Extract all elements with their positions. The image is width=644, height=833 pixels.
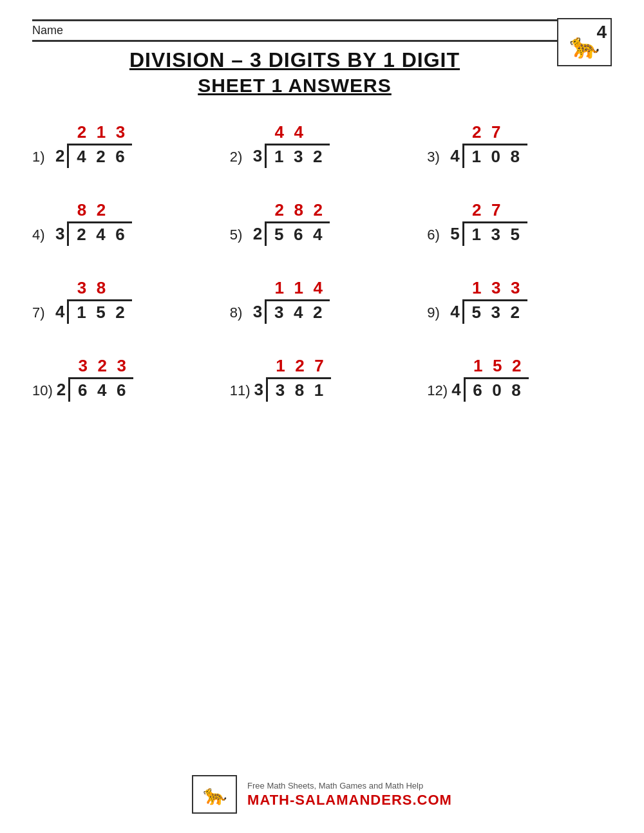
problem-cell: 5)2822564: [230, 194, 415, 252]
division-block: 823246: [55, 200, 132, 246]
division-row: 2426: [55, 144, 132, 168]
dividend-wrapper: 132: [265, 144, 330, 168]
dividend-wrapper: 342: [265, 299, 330, 324]
divisor: 3: [253, 146, 262, 166]
footer: 🐆 Free Math Sheets, Math Games and Math …: [0, 775, 644, 814]
answer-digit: 7: [489, 200, 503, 220]
answer-digit: 4: [272, 122, 287, 142]
footer-site-m: M: [247, 792, 260, 808]
dividend-wrapper: 532: [462, 299, 527, 324]
answer-digit: 7: [312, 356, 326, 376]
problem-cell: 4)823246: [32, 194, 217, 252]
dividend-digit: 3: [272, 303, 286, 323]
answer-digit: 4: [311, 278, 325, 298]
answer-digit: 3: [115, 356, 129, 376]
divisor: 4: [451, 380, 460, 400]
dividend-wrapper: 135: [462, 221, 527, 246]
answer-digit: 1: [272, 278, 287, 298]
divisor: 2: [253, 224, 262, 244]
division-row: 5135: [450, 221, 527, 246]
answer-digit: 8: [94, 278, 108, 298]
division-block: 3232646: [57, 356, 133, 402]
problem-number: 3): [427, 149, 446, 168]
problem-cell: 10)3232646: [32, 350, 217, 408]
problem-cell: 9)1334532: [427, 272, 612, 330]
dividend-digit: 6: [75, 380, 90, 400]
dividend-digit: 3: [291, 147, 305, 167]
dividend-digit: 1: [469, 225, 484, 245]
answer-row: 133: [450, 278, 522, 298]
problem-number: 9): [427, 304, 446, 324]
problem-number: 8): [230, 304, 249, 324]
division-row: 2564: [253, 221, 330, 246]
answer-row: 114: [253, 278, 325, 298]
footer-logo-box: 🐆: [192, 775, 237, 814]
dividend-digit: 1: [312, 380, 326, 400]
divisor: 5: [450, 224, 459, 244]
main-title: DIVISION – 3 DIGITS BY 1 DIGIT: [32, 48, 557, 72]
dividend-wrapper: 152: [67, 299, 132, 324]
answer-digit: [508, 200, 522, 220]
dividend-digit: 4: [95, 380, 109, 400]
problem-number: 11): [230, 382, 251, 402]
dividend-digit: 3: [489, 303, 503, 323]
answer-row: 38: [55, 278, 128, 298]
answer-row: 82: [55, 200, 128, 220]
division-block: 274108: [450, 122, 527, 168]
problem-cell: 12)1524608: [427, 350, 612, 408]
answer-row: 152: [451, 356, 524, 376]
dividend-wrapper: 381: [266, 377, 331, 402]
dividend-digit: 8: [508, 147, 522, 167]
division-row: 3132: [253, 144, 330, 168]
division-row: 3381: [254, 377, 330, 402]
answer-digit: 2: [75, 122, 89, 142]
footer-site: MATH-SALAMANDERS.COM: [247, 792, 452, 809]
dividend-wrapper: 564: [265, 221, 330, 246]
problem-number: 2): [230, 149, 249, 168]
dividend-digit: 5: [508, 225, 522, 245]
divisor: 4: [450, 146, 459, 166]
division-row: 2646: [57, 377, 133, 402]
answer-digit: 8: [75, 200, 89, 220]
dividend-digit: 4: [74, 147, 88, 167]
title-section: DIVISION – 3 DIGITS BY 1 DIGIT SHEET 1 A…: [32, 48, 557, 97]
dividend-digit: 2: [113, 303, 127, 323]
problem-number: 1): [32, 149, 52, 168]
dividend-digit: 5: [469, 303, 484, 323]
dividend-digit: 8: [509, 380, 524, 400]
dividend-digit: 0: [489, 147, 503, 167]
problem-number: 7): [32, 304, 52, 324]
dividend-digit: 8: [292, 380, 307, 400]
answer-digit: 3: [508, 278, 522, 298]
problem-number: 12): [427, 382, 448, 402]
division-block: 384152: [55, 278, 132, 324]
answer-digit: 4: [292, 122, 306, 142]
answer-digit: 2: [95, 356, 109, 376]
division-block: 2822564: [253, 200, 330, 246]
dividend-digit: 6: [114, 380, 128, 400]
division-block: 1524608: [451, 356, 528, 402]
problem-cell: 8)1143342: [230, 272, 415, 330]
answer-digit: 3: [76, 356, 90, 376]
dividend-wrapper: 646: [68, 377, 133, 402]
footer-logo-icon: 🐆: [203, 783, 227, 806]
answer-row: 127: [254, 356, 326, 376]
division-row: 4152: [55, 299, 132, 324]
top-bar: Name Date: [32, 19, 612, 42]
answer-digit: 1: [273, 356, 287, 376]
dividend-digit: 2: [508, 303, 522, 323]
dividend-wrapper: 426: [67, 144, 132, 168]
answer-digit: 2: [94, 200, 108, 220]
dividend-digit: 1: [272, 147, 286, 167]
answer-digit: 3: [75, 278, 89, 298]
answer-row: 323: [57, 356, 129, 376]
dividend-digit: 4: [291, 303, 305, 323]
logo-animal-icon: 🐆: [569, 32, 600, 60]
problem-cell: 7)384152: [32, 272, 217, 330]
answer-digit: 8: [292, 200, 306, 220]
divisor: 3: [253, 302, 262, 322]
answer-digit: 1: [471, 356, 485, 376]
division-row: 4108: [450, 144, 527, 168]
dividend-digit: 6: [113, 225, 127, 245]
dividend-wrapper: 246: [67, 221, 132, 246]
